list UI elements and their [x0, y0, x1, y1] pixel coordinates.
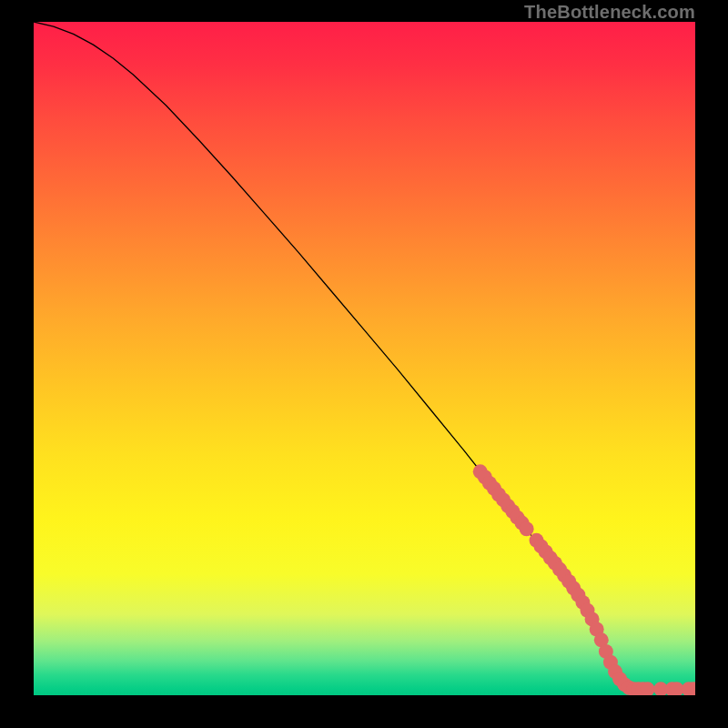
chart-frame: TheBottleneck.com [0, 0, 728, 728]
data-marker [520, 521, 534, 536]
curve-line [34, 22, 695, 689]
plot-area [34, 22, 695, 695]
watermark-text: TheBottleneck.com [524, 2, 695, 23]
markers-group [473, 464, 695, 695]
chart-svg [34, 22, 695, 695]
